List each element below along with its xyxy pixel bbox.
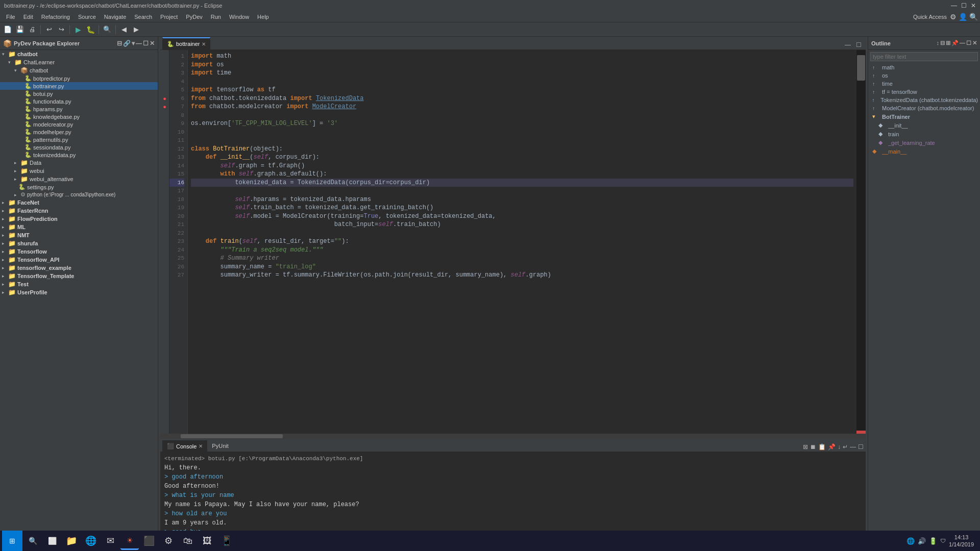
menu-project[interactable]: Project (156, 13, 182, 21)
toolbar-icon-1[interactable]: ⚙ (950, 13, 957, 21)
pkg-explorer-menu-icon[interactable]: ▾ (132, 40, 135, 47)
outline-item-get-lr[interactable]: ◆ _get_learning_rate (868, 138, 980, 147)
close-button[interactable]: ✕ (971, 2, 976, 9)
taskbar-file-explorer[interactable]: 📁 (62, 532, 81, 550)
tree-item-modelcreator[interactable]: 🐍 modelcreator.py (0, 120, 158, 128)
outline-min-icon[interactable]: — (960, 40, 965, 46)
pkg-explorer-min-icon[interactable]: — (136, 40, 142, 47)
taskbar-store[interactable]: 🛍 (179, 532, 197, 550)
outline-sort-icon[interactable]: ↕ (937, 40, 940, 46)
maximize-button[interactable]: ☐ (961, 2, 967, 9)
tree-item-nmt[interactable]: ▸ 📁 NMT (0, 231, 158, 239)
console-pin-icon[interactable]: 📌 (828, 443, 836, 450)
tree-item-tokenizeddata[interactable]: 🐍 tokenizeddata.py (0, 151, 158, 159)
menu-help[interactable]: Help (253, 13, 273, 21)
taskbar-mail[interactable]: ✉ (101, 532, 119, 550)
save-button[interactable]: 💾 (14, 24, 26, 35)
console-min-icon[interactable]: — (850, 443, 856, 450)
start-menu-button[interactable]: ⊞ (2, 531, 22, 551)
outline-item-bottrainer-class[interactable]: ▾ BotTrainer (868, 112, 980, 121)
taskbar-settings[interactable]: ⚙ (159, 532, 178, 550)
tree-item-knowledgebase[interactable]: 🐍 knowledgebase.py (0, 113, 158, 120)
taskbar-browser[interactable]: 🌐 (82, 532, 100, 550)
tree-item-chatbot-root[interactable]: ▾ 📁 chatbot (0, 50, 158, 58)
scrollbar-track[interactable] (856, 50, 866, 431)
search-toolbar-button[interactable]: 🔍 (102, 24, 113, 35)
scrollbar-thumb[interactable] (857, 55, 865, 81)
menu-window[interactable]: Window (225, 13, 253, 21)
tree-item-test[interactable]: ▸ 📁 Test (0, 280, 158, 288)
tree-item-bottrainer[interactable]: 🐍 bottrainer.py (0, 82, 158, 90)
menu-search[interactable]: Search (130, 13, 156, 21)
console-tab[interactable]: ⬛ Console ✕ (162, 440, 207, 452)
console-tab-close[interactable]: ✕ (199, 443, 203, 449)
redo-button[interactable]: ↪ (56, 24, 67, 35)
taskbar-photos[interactable]: 🖼 (198, 532, 216, 550)
menu-file[interactable]: File (2, 13, 19, 21)
outline-max-icon[interactable]: ☐ (966, 40, 971, 46)
tree-item-webui-alt[interactable]: ▸ 📁 webui_alternative (0, 175, 158, 183)
tree-item-tensorflow-example[interactable]: ▸ 📁 tensorflow_example (0, 264, 158, 272)
outline-item-tokenizeddata[interactable]: ↑ TokenizedData (chatbot.tokenizeddata) (868, 96, 980, 104)
menu-source[interactable]: Source (74, 13, 100, 21)
toolbar-icon-3[interactable]: 🔍 (969, 13, 978, 21)
tree-item-botpredictor[interactable]: 🐍 botpredictor.py (0, 74, 158, 82)
tree-item-functiondata[interactable]: 🐍 functiondata.py (0, 97, 158, 105)
outline-hide-fields-icon[interactable]: ⊟ (940, 40, 945, 46)
tree-item-hparams[interactable]: 🐍 hparams.py (0, 105, 158, 113)
tree-item-tensorflow-api[interactable]: ▸ 📁 Tensorflow_API (0, 256, 158, 264)
tree-item-userprofile[interactable]: ▸ 📁 UserProfile (0, 288, 158, 296)
menu-pydev[interactable]: PyDev (182, 13, 206, 21)
tree-item-tensorflow[interactable]: ▸ 📁 Tensorflow (0, 247, 158, 256)
outline-item-math[interactable]: ↑ math (868, 63, 980, 71)
tree-item-modelhelper[interactable]: 🐍 modelhelper.py (0, 128, 158, 136)
console-clear-icon[interactable]: ⊠ (803, 443, 808, 450)
outline-item-tf[interactable]: ↑ tf = tensorflow (868, 88, 980, 96)
console-wordwrap-icon[interactable]: ↵ (843, 443, 848, 450)
outline-pin-icon[interactable]: 📌 (951, 40, 959, 46)
outline-item-os[interactable]: ↑ os (868, 71, 980, 80)
outline-collapse-icon[interactable]: ⊞ (946, 40, 950, 46)
tree-item-flowprediction[interactable]: ▸ 📁 FlowPrediction (0, 215, 158, 223)
quick-access-bar[interactable]: Quick Access (913, 14, 947, 20)
run-button[interactable]: ▶ (72, 24, 84, 35)
toolbar-icon-2[interactable]: 👤 (959, 13, 967, 21)
tree-item-data-folder[interactable]: ▸ 📁 Data (0, 159, 158, 167)
tree-item-tensorflow-template[interactable]: ▸ 📁 Tensorflow_Template (0, 272, 158, 280)
tree-item-chatbot-pkg[interactable]: ▾ 📦 chatbot (0, 66, 158, 74)
outline-item-time[interactable]: ↑ time (868, 80, 980, 88)
new-button[interactable]: 📄 (2, 24, 13, 35)
navigate-forward[interactable]: ▶ (131, 24, 142, 35)
console-max-icon[interactable]: ☐ (858, 443, 864, 450)
console-copy-icon[interactable]: 📋 (818, 443, 826, 450)
outline-item-init[interactable]: ◆ __init__ (868, 121, 980, 130)
tree-item-fasterrcnn[interactable]: ▸ 📁 FasterRcnn (0, 207, 158, 215)
pkg-explorer-max-icon[interactable]: ☐ (143, 40, 149, 47)
code-content[interactable]: import math import os import time import… (188, 50, 856, 434)
editor-hscrollbar[interactable] (160, 434, 866, 439)
menu-run[interactable]: Run (207, 13, 225, 21)
outline-item-train[interactable]: ◆ train (868, 130, 980, 138)
menu-edit[interactable]: Edit (19, 13, 37, 21)
taskbar-phone[interactable]: 📱 (217, 532, 236, 550)
tree-item-chatlearner[interactable]: ▾ 📁 ChatLearner (0, 58, 158, 66)
tab-close-icon[interactable]: ✕ (202, 41, 206, 47)
hscrollbar-thumb[interactable] (181, 434, 283, 438)
outline-item-modelcreator[interactable]: ↑ ModelCreator (chatbot.modelcreator) (868, 104, 980, 112)
console-scroll-icon[interactable]: ↓ (838, 443, 841, 450)
undo-button[interactable]: ↩ (43, 24, 55, 35)
taskbar-eclipse[interactable]: ☀ (120, 532, 139, 550)
taskbar-terminal[interactable]: ⬛ (140, 532, 158, 550)
tree-item-settings[interactable]: 🐍 settings.py (0, 183, 158, 191)
tree-item-python-interpreter[interactable]: ▸ ⚙ python (e:\Progr ... conda3\python.e… (0, 191, 158, 198)
minimize-button[interactable]: — (951, 2, 957, 9)
pkg-explorer-close-icon[interactable]: ✕ (150, 40, 155, 47)
taskbar-task-view[interactable]: ⬜ (43, 532, 61, 550)
editor-maximize-icon[interactable]: ☐ (854, 41, 864, 48)
editor-minimize-icon[interactable]: — (843, 41, 853, 48)
pyunit-tab[interactable]: PyUnit (207, 440, 233, 452)
outline-item-main[interactable]: ◆ __main__ (868, 147, 980, 156)
tree-item-shurufa[interactable]: ▸ 📁 shurufa (0, 239, 158, 247)
link-editor-icon[interactable]: 🔗 (123, 40, 131, 47)
tree-item-webui[interactable]: ▸ 📁 webui (0, 167, 158, 175)
